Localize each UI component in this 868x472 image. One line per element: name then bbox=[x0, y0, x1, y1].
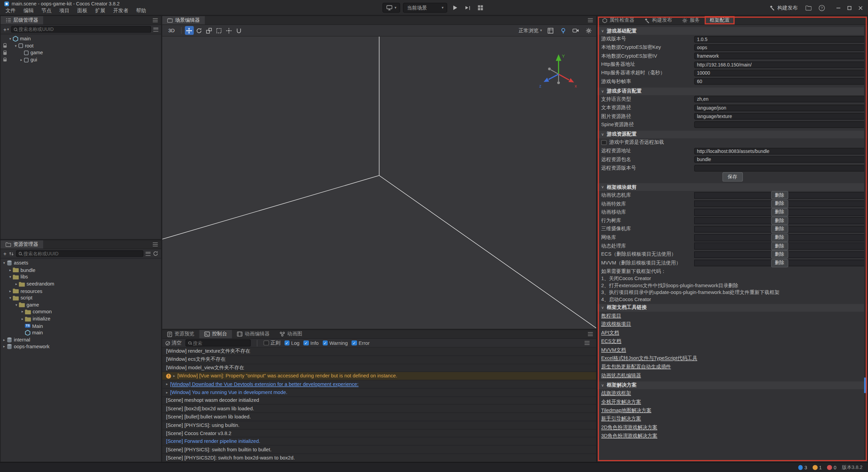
remote-load-checkbox[interactable] bbox=[601, 140, 607, 145]
expander-down-icon[interactable]: ▾ bbox=[2, 261, 7, 265]
property-input[interactable] bbox=[694, 61, 865, 68]
anchor-tool-button[interactable] bbox=[224, 26, 233, 35]
tree-item-main[interactable]: main bbox=[1, 329, 161, 336]
log-row[interactable]: [Scene] Forward render pipeline initiali… bbox=[162, 437, 596, 446]
property-input[interactable] bbox=[694, 104, 865, 111]
tree-item-bundle[interactable]: ▸bundle bbox=[1, 267, 161, 274]
doc-link[interactable]: MVVM文档 bbox=[601, 346, 626, 353]
refresh-icon[interactable] bbox=[153, 251, 158, 256]
delete-button[interactable]: 删除 bbox=[771, 200, 788, 208]
minimize-button[interactable] bbox=[833, 0, 844, 16]
doc-link[interactable]: 新手引导解决方案 bbox=[601, 415, 641, 422]
folder-icon[interactable] bbox=[803, 3, 813, 13]
tree-item-seedrandom[interactable]: ▸seedrandom bbox=[1, 280, 161, 288]
property-input[interactable] bbox=[694, 78, 865, 85]
play-button[interactable] bbox=[450, 3, 460, 13]
doc-link[interactable]: API文档 bbox=[601, 329, 619, 336]
menu-file[interactable]: 文件 bbox=[2, 7, 20, 14]
property-input[interactable] bbox=[694, 165, 865, 172]
log-row[interactable]: [Scene] meshopt wasm decoder initialized bbox=[162, 397, 596, 405]
doc-link[interactable]: 全栈开发解决方案 bbox=[601, 398, 641, 406]
lock-icon[interactable] bbox=[3, 59, 6, 61]
expander-right-icon[interactable]: ▸ bbox=[166, 390, 168, 395]
log-row[interactable]: [Scene] Cocos Creator v3.8.2 bbox=[162, 429, 596, 437]
doc-link[interactable]: 3D角色扮演游戏解决方案 bbox=[601, 432, 657, 439]
expander-down-icon[interactable]: ▾ bbox=[8, 37, 13, 41]
log-row[interactable]: [Window] render_texture文件夹不存在 bbox=[162, 348, 596, 356]
checkbox-checked-icon[interactable] bbox=[284, 340, 290, 346]
filter-error[interactable]: Error bbox=[352, 340, 370, 346]
console-search-field[interactable] bbox=[193, 340, 248, 346]
inspector-scrollbar[interactable] bbox=[864, 25, 867, 461]
create-node-button[interactable]: +▾ bbox=[3, 26, 9, 33]
menu-project[interactable]: 项目 bbox=[55, 7, 73, 14]
expander-right-icon[interactable]: ▸ bbox=[8, 289, 13, 293]
hierarchy-search-field[interactable] bbox=[19, 26, 149, 32]
property-input[interactable] bbox=[694, 44, 865, 51]
filter-icon[interactable] bbox=[153, 27, 158, 31]
tab-console[interactable]: 控制台 bbox=[199, 330, 232, 338]
delete-button[interactable]: 删除 bbox=[771, 242, 788, 250]
expander-right-icon[interactable]: ▸ bbox=[166, 382, 168, 386]
tab-assets-preview[interactable]: 资源预览 bbox=[162, 330, 199, 338]
tab-animation-editor[interactable]: 动画编辑器 bbox=[232, 330, 275, 338]
dimension-toggle-button[interactable]: 3D bbox=[165, 28, 177, 33]
tree-item-root[interactable]: ▾root bbox=[1, 42, 161, 50]
rotate-tool-button[interactable] bbox=[195, 26, 203, 35]
log-row[interactable]: [Scene] [PHYSICS]: using builtin. bbox=[162, 421, 596, 429]
delete-button[interactable]: 删除 bbox=[771, 251, 788, 259]
scene-viewport[interactable]: Y x z bbox=[162, 37, 596, 329]
section-header-4[interactable]: ∨框架文档工具链接 bbox=[597, 304, 868, 312]
log-row[interactable]: [Scene] [PHYSICS]: switch from builtin t… bbox=[162, 446, 596, 454]
menu-help[interactable]: 帮助 bbox=[132, 7, 150, 14]
lock-icon[interactable] bbox=[3, 45, 6, 47]
property-input[interactable] bbox=[694, 36, 865, 43]
expander-right-icon[interactable]: ▸ bbox=[8, 268, 13, 272]
expander-right-icon[interactable]: ▸ bbox=[14, 282, 19, 286]
delete-button[interactable]: 删除 bbox=[771, 217, 788, 225]
expander-right-icon[interactable]: ▸ bbox=[2, 338, 7, 342]
move-tool-button[interactable] bbox=[185, 26, 194, 35]
tree-item-game[interactable]: game bbox=[1, 50, 161, 57]
menu-node[interactable]: 节点 bbox=[38, 7, 56, 14]
tree-item-main[interactable]: ▾main bbox=[1, 35, 161, 42]
section-header-2[interactable]: ∨游戏资源配置 bbox=[597, 131, 868, 138]
filter-warning[interactable]: Warning bbox=[322, 340, 348, 346]
property-input[interactable] bbox=[694, 121, 865, 128]
save-button[interactable]: 保存 bbox=[722, 172, 743, 182]
doc-link[interactable]: Tiledmap地图解决方案 bbox=[601, 407, 651, 414]
gear-icon[interactable] bbox=[584, 26, 593, 35]
regex-toggle[interactable]: 正则 bbox=[263, 339, 280, 347]
help-icon[interactable] bbox=[819, 5, 825, 11]
tab-animation-graph[interactable]: 动画图 bbox=[275, 330, 307, 338]
step-button[interactable] bbox=[463, 3, 473, 13]
grid-toggle-icon[interactable] bbox=[546, 26, 555, 35]
lock-icon[interactable] bbox=[3, 52, 6, 55]
log-row[interactable]: ▸[Window] Download the Vue Devtools exte… bbox=[162, 380, 596, 389]
menu-edit[interactable]: 编辑 bbox=[20, 7, 38, 14]
expander-down-icon[interactable]: ▾ bbox=[8, 296, 13, 300]
doc-link[interactable]: 游戏模板项目 bbox=[601, 321, 631, 328]
doc-link[interactable]: 战旗游戏框架 bbox=[601, 390, 631, 397]
checkbox-checked-icon[interactable] bbox=[322, 340, 328, 346]
expander-right-icon[interactable]: ▸ bbox=[173, 374, 175, 378]
sort-icon[interactable] bbox=[9, 251, 14, 256]
assets-search-input[interactable] bbox=[16, 250, 143, 257]
rect-tool-button[interactable] bbox=[215, 26, 223, 35]
maximize-button[interactable] bbox=[844, 0, 855, 16]
tree-item-game[interactable]: ▾game bbox=[1, 301, 161, 309]
tree-item-initialize[interactable]: ▸initialize bbox=[1, 315, 161, 322]
create-asset-button[interactable]: + bbox=[3, 251, 7, 257]
delete-button[interactable]: 删除 bbox=[771, 191, 788, 199]
doc-link[interactable]: 原生包热更新配置自动生成插件 bbox=[601, 363, 671, 371]
property-input[interactable] bbox=[694, 70, 865, 76]
panel-menu-icon[interactable] bbox=[153, 18, 158, 22]
checkbox-checked-icon[interactable] bbox=[352, 340, 357, 346]
filter-icon[interactable] bbox=[145, 252, 151, 255]
tree-item-resources[interactable]: ▸resources bbox=[1, 288, 161, 295]
hierarchy-search-input[interactable] bbox=[11, 26, 151, 33]
log-row[interactable]: [Scene] [bullet]:bullet wasm lib loaded. bbox=[162, 413, 596, 421]
expander-down-icon[interactable]: ▾ bbox=[14, 303, 19, 307]
menu-developer[interactable]: 开发者 bbox=[109, 7, 132, 14]
section-header-3[interactable]: ∨框架模块裁剪 bbox=[597, 183, 868, 191]
